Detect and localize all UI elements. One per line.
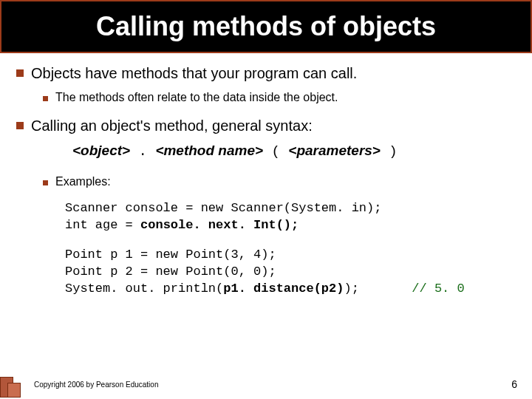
code-line: int age =	[65, 218, 140, 232]
bullet-level2: Examples:	[43, 174, 516, 190]
bullet-text: Examples:	[55, 174, 111, 190]
code-line: Scanner console = new Scanner(System. in…	[65, 201, 381, 215]
syntax-rparen: )	[381, 143, 398, 160]
code-example-2: Point p 1 = new Point(3, 4); Point p 2 =…	[65, 247, 516, 298]
syntax-object: <object>	[72, 143, 130, 158]
bullet-icon	[43, 180, 48, 185]
syntax-dot: .	[130, 143, 155, 160]
code-line: Point p 2 = new Point(0, 0);	[65, 265, 276, 279]
bullet-icon	[16, 69, 24, 77]
syntax-method: <method name>	[155, 143, 263, 158]
code-bold: p1. distance(p2)	[223, 282, 344, 296]
code-comment: // 5. 0	[412, 282, 464, 296]
bullet-text: Objects have methods that your program c…	[31, 64, 357, 83]
code-line: Point p 1 = new Point(3, 4);	[65, 248, 276, 262]
syntax-lparen: (	[263, 143, 288, 160]
corner-decoration	[0, 368, 25, 398]
bullet-level1: Calling an object's method, general synt…	[16, 116, 516, 135]
bullet-level2: The methods often relate to the data ins…	[43, 90, 516, 106]
slide-content: Objects have methods that your program c…	[0, 53, 532, 298]
bullet-text: The methods often relate to the data ins…	[55, 90, 338, 106]
code-line: );	[344, 282, 358, 296]
code-line: System. out. println(	[65, 282, 223, 296]
syntax-template: <object> . <method name> ( <parameters> …	[72, 143, 516, 160]
page-number: 6	[511, 378, 517, 390]
syntax-params: <parameters>	[288, 143, 381, 158]
slide-title: Calling methods of objects	[96, 11, 436, 42]
bullet-icon	[16, 122, 24, 129]
copyright-footer: Copyright 2006 by Pearson Education	[34, 381, 158, 389]
code-example-1: Scanner console = new Scanner(System. in…	[65, 200, 516, 234]
bullet-level1: Objects have methods that your program c…	[16, 64, 516, 83]
title-bar: Calling methods of objects	[0, 0, 532, 53]
bullet-text: Calling an object's method, general synt…	[31, 116, 313, 135]
bullet-icon	[43, 96, 48, 101]
code-bold: console. next. Int();	[140, 218, 299, 232]
